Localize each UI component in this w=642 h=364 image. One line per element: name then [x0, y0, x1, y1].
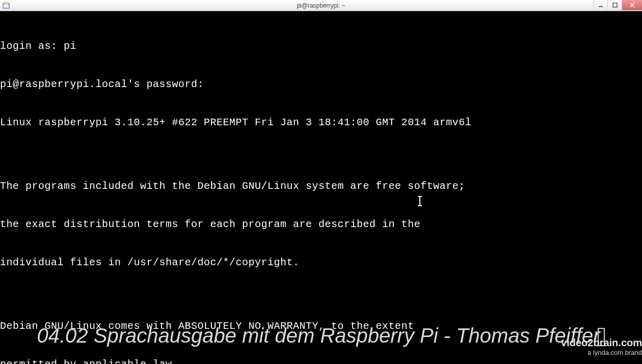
terminal-area[interactable]: login as: pi pi@raspberrypi.local's pass…: [0, 11, 642, 364]
terminal-line: pi@raspberrypi.local's password:: [0, 78, 642, 91]
watermark-brand: video2brain.com: [561, 338, 642, 348]
svg-rect-3: [613, 3, 617, 7]
window-title: pi@raspberrypi: ~: [297, 2, 345, 9]
watermark-sub: a lynda.com brand: [561, 348, 642, 358]
terminal-line: permitted by applicable law.: [0, 358, 642, 364]
minimize-button[interactable]: [593, 0, 607, 10]
putty-icon: [2, 2, 10, 10]
terminal-line: individual files in /usr/share/doc/*/cop…: [0, 256, 642, 269]
window-titlebar: pi@raspberrypi: ~: [0, 0, 642, 11]
terminal-line: Linux raspberrypi 3.10.25+ #622 PREEMPT …: [0, 116, 642, 129]
terminal-line: the exact distribution terms for each pr…: [0, 218, 642, 231]
terminal-line: The programs included with the Debian GN…: [0, 180, 642, 192]
maximize-button[interactable]: [607, 0, 622, 10]
window-controls: [593, 0, 642, 11]
caption-text: 04.02 Sprachausgabe mit dem Raspberry Pi…: [37, 324, 600, 347]
watermark: video2brain.com a lynda.com brand: [561, 338, 642, 358]
svg-rect-1: [4, 3, 8, 4]
terminal-line: login as: pi: [0, 40, 642, 52]
mouse-text-cursor: [419, 197, 420, 206]
video-caption: 04.02 Sprachausgabe mit dem Raspberry Pi…: [0, 322, 642, 349]
close-button[interactable]: [622, 0, 642, 10]
